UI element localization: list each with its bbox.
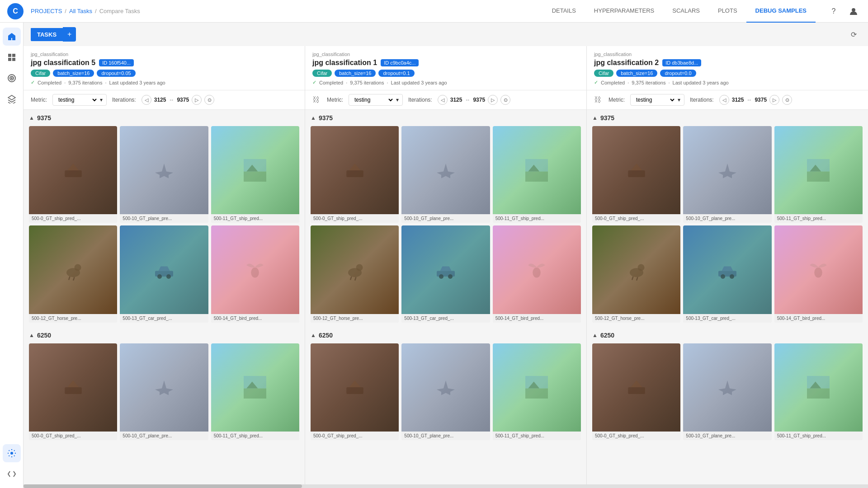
image-card[interactable]: 500-12_GT_horse_pre... [311,225,399,322]
task-tag[interactable]: dropout=0.1 [378,70,414,77]
svg-rect-47 [807,171,830,182]
task-name-row: jpg classification 1ID c9bc0a4c... [312,59,579,67]
iterations-label: Iterations: [112,97,136,103]
task-id-badge: ID c9bc0a4c... [381,59,419,66]
image-card[interactable]: 500-10_GT_plane_pre... [683,126,771,223]
image-card[interactable]: 500-12_GT_horse_pre... [592,225,680,322]
image-card[interactable]: 500-12_GT_horse_pre... [29,225,117,322]
svg-point-7 [11,78,12,79]
tab-debug-samples[interactable]: DEBUG SAMPLES [746,0,816,23]
iter-last-button[interactable]: ⊙ [500,95,510,105]
iter-next-button[interactable]: ▷ [769,95,779,105]
image-card[interactable]: 500-14_GT_bird_pred... [493,225,581,322]
toolbar: TASKS + ⟳ [24,23,868,46]
metric-select[interactable]: testing▾ [630,94,684,106]
image-card[interactable]: 500-11_GT_ship_pred... [493,126,581,223]
tasks-add-button[interactable]: + [63,27,76,42]
tasks-label-button[interactable]: TASKS [31,28,63,41]
metric-dropdown[interactable]: testing [634,96,676,103]
app-logo[interactable]: C [7,3,24,19]
iter-prev-button[interactable]: ◁ [142,95,151,105]
section-header[interactable]: ▲6250 [592,332,863,339]
tab-scalars[interactable]: SCALARS [663,0,709,23]
link-icon[interactable]: ⛓ [312,96,320,104]
iter-prev-button[interactable]: ◁ [719,95,729,105]
task-tag[interactable]: batch_size=16 [53,70,94,77]
breadcrumb-all-tasks[interactable]: All Tasks [69,8,92,14]
task-tag[interactable]: batch_size=16 [616,70,657,77]
task-tag[interactable]: Cifar [312,70,332,77]
image-card[interactable]: 500-14_GT_bird_pred... [211,225,299,322]
section-header[interactable]: ▲9375 [29,114,299,122]
iter-last-button[interactable]: ⊙ [204,95,214,105]
image-card[interactable]: 500-13_GT_car_pred_... [120,225,208,322]
sidebar-item-compare[interactable] [3,465,21,483]
image-card[interactable]: 500-11_GT_ship_pred... [774,126,863,223]
sidebar-item-home[interactable] [3,28,21,46]
task-tag[interactable]: dropout=0.0 [660,70,696,77]
image-card[interactable]: 500-14_GT_bird_pred... [774,225,863,322]
compare-col-2: jpg_classificationjpg classification 1ID… [305,46,587,488]
svg-point-8 [10,452,13,455]
image-card[interactable]: 500-10_GT_plane_pre... [120,343,208,440]
sidebar-item-target[interactable] [3,69,21,87]
image-card[interactable]: 500-0_GT_ship_pred_... [592,343,680,440]
svg-point-19 [157,274,162,279]
image-card[interactable]: 500-11_GT_ship_pred... [774,343,863,440]
section-header[interactable]: ▲9375 [311,114,581,122]
user-button[interactable] [846,4,861,19]
metric-dropdown[interactable]: testing [57,96,98,103]
iter-next-button[interactable]: ▷ [192,95,202,105]
image-card[interactable]: 500-0_GT_ship_pred_... [29,343,117,440]
section-header[interactable]: ▲6250 [29,332,299,339]
breadcrumb-projects[interactable]: PROJECTS [31,8,62,14]
iter-prev-button[interactable]: ◁ [438,95,448,105]
svg-point-56 [730,274,734,279]
iteration-controls: ◁ 3125 ↔ 9375 ▷ ⊙ [719,95,792,105]
image-card[interactable]: 500-0_GT_ship_pred_... [29,126,117,223]
iter-end-value: 9375 [177,97,189,103]
section-header[interactable]: ▲9375 [592,114,863,122]
link-icon[interactable]: ⛓ [594,96,601,104]
metric-select[interactable]: testing▾ [52,94,107,106]
iter-next-button[interactable]: ▷ [488,95,498,105]
chevron-icon: ▲ [29,332,34,338]
svg-point-39 [533,267,541,278]
metric-dropdown[interactable]: testing [353,96,394,103]
image-card[interactable]: 500-11_GT_ship_pred... [211,126,299,223]
svg-marker-41 [349,380,360,387]
image-card[interactable]: 500-0_GT_ship_pred_... [311,126,399,223]
task-tag[interactable]: Cifar [594,70,613,77]
task-name: jpg classification 2 [594,59,659,67]
sidebar-item-layers[interactable] [3,90,21,108]
image-card[interactable]: 500-0_GT_ship_pred_... [592,126,680,223]
bottom-scrollbar[interactable] [24,484,868,488]
image-card[interactable]: 500-10_GT_plane_pre... [401,126,490,223]
sync-button[interactable]: ⟳ [846,27,861,42]
sidebar-item-grid[interactable] [3,48,21,66]
iteration-controls: ◁ 3125 ↔ 9375 ▷ ⊙ [142,95,214,105]
metric-select[interactable]: testing▾ [349,94,403,106]
chevron-icon: ▲ [311,332,316,338]
tab-details[interactable]: DETAILS [543,0,585,23]
svg-line-35 [355,277,356,281]
tab-plots[interactable]: PLOTS [709,0,746,23]
image-card[interactable]: 500-10_GT_plane_pre... [120,126,208,223]
help-button[interactable]: ? [826,4,841,19]
task-tag[interactable]: Cifar [31,70,50,77]
iter-last-button[interactable]: ⊙ [782,95,792,105]
task-tag[interactable]: batch_size=16 [335,70,376,77]
tab-hyperparameters[interactable]: HYPERPARAMETERS [585,0,663,23]
image-card[interactable]: 500-0_GT_ship_pred_... [311,343,399,440]
breadcrumb: PROJECTS / All Tasks / Compare Tasks [31,8,140,14]
image-card[interactable]: 500-11_GT_ship_pred... [493,343,581,440]
image-card[interactable]: 500-11_GT_ship_pred... [211,343,299,440]
task-tag[interactable]: dropout=0.05 [97,70,135,77]
image-thumbnail [592,126,680,214]
section-header[interactable]: ▲6250 [311,332,581,339]
image-card[interactable]: 500-13_GT_car_pred_... [683,225,771,322]
image-card[interactable]: 500-10_GT_plane_pre... [683,343,771,440]
image-card[interactable]: 500-10_GT_plane_pre... [401,343,490,440]
image-card[interactable]: 500-13_GT_car_pred_... [401,225,490,322]
sidebar-item-settings[interactable] [3,444,21,462]
